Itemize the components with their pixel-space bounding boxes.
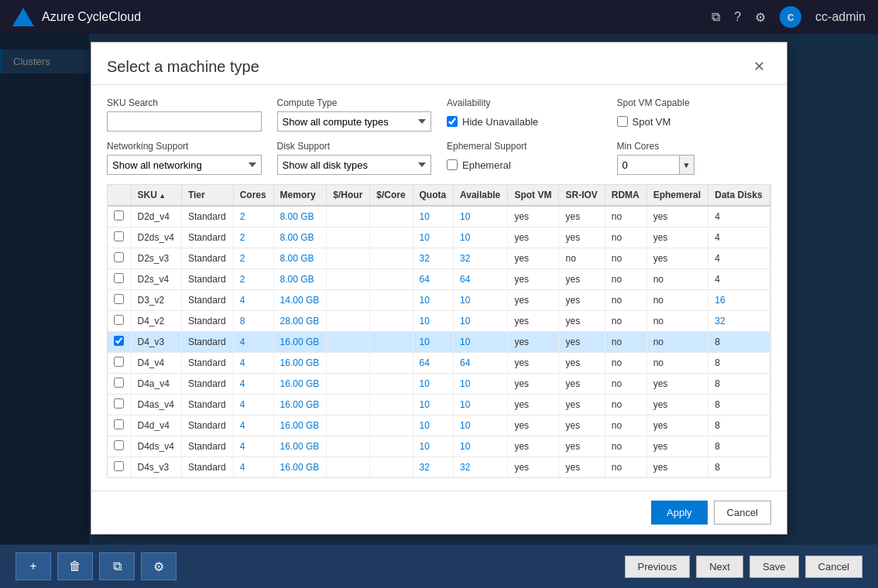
row-checkbox[interactable] (114, 378, 124, 388)
table-row[interactable]: D4_v2 Standard 8 28.00 GB 10 10 yes yes … (108, 311, 770, 332)
row-memory: 8.00 GB (273, 227, 327, 248)
row-spot-vm: yes (508, 332, 559, 353)
row-checkbox[interactable] (114, 294, 124, 304)
row-spot-vm: yes (508, 353, 559, 374)
col-sku[interactable]: SKU (131, 185, 181, 206)
next-button[interactable]: Next (696, 556, 743, 578)
col-spot-vm[interactable]: Spot VM (508, 185, 559, 206)
row-core (370, 227, 413, 248)
settings-icon[interactable]: ⚙ (755, 10, 766, 25)
row-cores: 2 (233, 269, 273, 290)
col-cores[interactable]: Cores (233, 185, 273, 206)
row-checkbox[interactable] (114, 461, 124, 471)
row-core (370, 206, 413, 227)
row-core (370, 478, 413, 479)
min-cores-spin[interactable]: ▼ (679, 155, 695, 175)
machine-type-dialog: Select a machine type ✕ SKU Search Compu… (91, 42, 787, 535)
disk-select[interactable]: Show all disk types Premium SSD Standard… (277, 155, 432, 175)
row-hour (327, 332, 370, 353)
col-sr-iov[interactable]: SR-IOV (559, 185, 605, 206)
screen-icon[interactable]: ⧉ (712, 10, 720, 24)
table-row[interactable]: D4a_v4 Standard 4 16.00 GB 10 10 yes yes… (108, 374, 770, 395)
spot-vm-capable-label: Spot VM Capable (617, 97, 772, 108)
spot-vm-checkbox[interactable] (617, 116, 628, 127)
row-checkbox[interactable] (114, 357, 124, 367)
table-row[interactable]: D2ds_v4 Standard 2 8.00 GB 10 10 yes yes… (108, 227, 770, 248)
close-button[interactable]: ✕ (747, 55, 771, 78)
row-checkbox[interactable] (114, 231, 124, 241)
row-data-disks: 32 (708, 311, 770, 332)
col-hour[interactable]: $/Hour (327, 185, 370, 206)
row-tier: Standard (181, 478, 233, 479)
row-hour (327, 478, 370, 479)
row-sr-iov: yes (559, 206, 605, 227)
row-spot-vm: yes (508, 478, 559, 479)
row-checkbox[interactable] (114, 419, 124, 429)
row-hour (327, 374, 370, 395)
row-checkbox[interactable] (114, 252, 124, 262)
table-row[interactable]: D4ds_v4 Standard 4 16.00 GB 10 10 yes ye… (108, 436, 770, 457)
add-button[interactable]: + (15, 552, 51, 580)
col-rdma[interactable]: RDMA (605, 185, 646, 206)
col-ephemeral[interactable]: Ephemeral (646, 185, 708, 206)
row-rdma: no (605, 332, 646, 353)
row-sku: D2d_v4 (131, 206, 181, 227)
min-cores-input[interactable] (617, 155, 679, 175)
ephemeral-checkbox[interactable] (447, 159, 458, 170)
settings-button[interactable]: ⚙ (141, 552, 177, 580)
table-row[interactable]: D3_v2 Standard 4 14.00 GB 10 10 yes yes … (108, 290, 770, 311)
networking-select[interactable]: Show all networking Show networking (107, 155, 262, 175)
row-hour (327, 395, 370, 415)
col-core[interactable]: $/Core (370, 185, 413, 206)
previous-button[interactable]: Previous (625, 556, 691, 578)
col-memory[interactable]: Memory (273, 185, 327, 206)
row-quota: 32 (413, 457, 454, 478)
table-row[interactable]: D4d_v4 Standard 4 16.00 GB 10 10 yes yes… (108, 415, 770, 436)
row-tier: Standard (181, 248, 233, 269)
delete-button[interactable]: 🗑 (57, 552, 93, 580)
dialog-cancel-button[interactable]: Cancel (714, 501, 771, 525)
row-checkbox[interactable] (114, 336, 124, 346)
row-checkbox[interactable] (114, 398, 124, 409)
row-core (370, 269, 413, 290)
table-row[interactable]: D4_v3 Standard 4 16.00 GB 10 10 yes yes … (108, 332, 770, 353)
col-quota[interactable]: Quota (413, 185, 454, 206)
row-checkbox[interactable] (114, 273, 124, 283)
row-cores: 4 (233, 395, 273, 415)
row-ephemeral: yes (646, 227, 708, 248)
row-tier: Standard (181, 353, 233, 374)
spot-vm-group: Spot VM Capable Spot VM (617, 97, 772, 132)
apply-button[interactable]: Apply (651, 501, 708, 525)
table-row[interactable]: D2s_v4 Standard 2 8.00 GB 64 64 yes yes … (108, 269, 770, 290)
row-available: 32 (454, 248, 508, 269)
copy-button[interactable]: ⧉ (99, 552, 135, 580)
min-cores-label: Min Cores (617, 141, 772, 152)
table-row[interactable]: D2s_v3 Standard 2 8.00 GB 32 32 yes no n… (108, 248, 770, 269)
col-available[interactable]: Available (454, 185, 508, 206)
dialog-header: Select a machine type ✕ (91, 43, 787, 85)
save-button[interactable]: Save (749, 556, 799, 578)
table-row[interactable]: D4as_v4 Standard 4 16.00 GB 10 10 yes ye… (108, 395, 770, 415)
col-tier[interactable]: Tier (181, 185, 233, 206)
table-row[interactable]: D4s_v3 Standard 4 16.00 GB 32 32 yes yes… (108, 457, 770, 478)
row-checkbox[interactable] (114, 440, 124, 450)
hide-unavailable-checkbox[interactable] (447, 116, 458, 127)
row-sr-iov: yes (559, 457, 605, 478)
compute-type-select[interactable]: Show all compute types Standard Low Prio… (277, 111, 432, 132)
row-data-disks: 8 (708, 415, 770, 436)
help-icon[interactable]: ? (734, 10, 741, 24)
cancel-button[interactable]: Cancel (805, 556, 863, 578)
row-rdma: no (605, 290, 646, 311)
row-cores: 4 (233, 436, 273, 457)
sku-search-input[interactable] (107, 111, 262, 132)
table-row[interactable]: D4s_v4 Standard 4 16.00 GB 64 64 yes yes… (108, 478, 770, 479)
row-checkbox[interactable] (114, 210, 124, 220)
row-quota: 10 (413, 227, 454, 248)
col-data-disks[interactable]: Data Disks (708, 185, 770, 206)
table-row[interactable]: D4_v4 Standard 4 16.00 GB 64 64 yes yes … (108, 353, 770, 374)
table-row[interactable]: D2d_v4 Standard 2 8.00 GB 10 10 yes yes … (108, 206, 770, 227)
avatar[interactable]: c (780, 6, 801, 28)
col-checkbox (108, 185, 131, 206)
row-sku: D4as_v4 (131, 395, 181, 415)
row-checkbox[interactable] (114, 315, 124, 325)
